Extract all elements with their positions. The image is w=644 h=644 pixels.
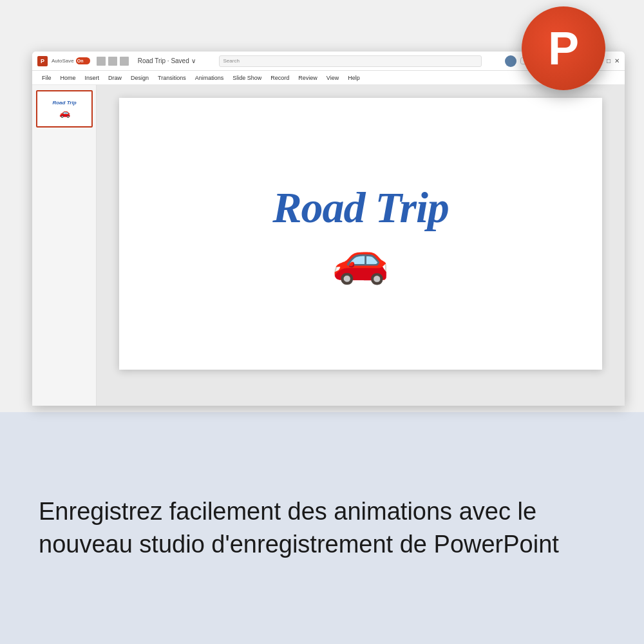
user-avatar[interactable] [505, 55, 516, 67]
ppt-window: P AutoSave On Road Trip · Saved ∨ Search… [32, 52, 625, 406]
save-icon[interactable] [120, 57, 129, 66]
menu-record[interactable]: Record [266, 71, 294, 84]
menu-animations[interactable]: Animations [191, 71, 229, 84]
slide-car-emoji: 🚗 [332, 236, 390, 282]
thumb-title: Road Trip [52, 100, 76, 106]
slide-thumbnail-1[interactable]: Road Trip 🚗 [36, 90, 93, 128]
autosave-area: AutoSave On [52, 57, 90, 64]
search-placeholder: Search [223, 58, 240, 64]
slide-panel: Road Trip 🚗 [32, 85, 97, 406]
slide-title: Road Trip [272, 185, 449, 229]
logo-letter: P [548, 25, 579, 71]
menu-help[interactable]: Help [343, 71, 365, 84]
menu-design[interactable]: Design [126, 71, 153, 84]
autosave-state: On [77, 59, 84, 63]
menu-file[interactable]: File [37, 71, 56, 84]
menu-home[interactable]: Home [56, 71, 80, 84]
ppt-section: P P AutoSave On Road Trip · Saved ∨ Sear… [0, 0, 644, 412]
menu-review[interactable]: Review [294, 71, 322, 84]
search-box[interactable]: Search [219, 55, 482, 67]
menu-draw[interactable]: Draw [104, 71, 126, 84]
powerpoint-logo: P [522, 6, 605, 90]
redo-icon[interactable] [108, 57, 117, 66]
description-section: Enregistrez facilement des animations av… [0, 412, 644, 644]
window-title: Road Trip · Saved ∨ [138, 57, 196, 64]
ppt-main-area: Road Trip 🚗 Road Trip 🚗 [32, 85, 625, 406]
ppt-app-icon: P [37, 56, 48, 66]
description-text: Enregistrez facilement des animations av… [39, 495, 605, 562]
slide-1[interactable]: Road Trip 🚗 [119, 98, 602, 370]
logo-circle: P [522, 6, 605, 90]
close-button[interactable]: ✕ [614, 57, 620, 64]
menu-view[interactable]: View [322, 71, 343, 84]
autosave-toggle[interactable]: On [76, 57, 90, 64]
menu-insert[interactable]: Insert [80, 71, 104, 84]
toolbar-icons [97, 57, 129, 66]
restore-button[interactable]: □ [607, 57, 611, 64]
menu-slideshow[interactable]: Slide Show [228, 71, 266, 84]
menu-transitions[interactable]: Transitions [153, 71, 191, 84]
undo-icon[interactable] [97, 57, 106, 66]
slide-canvas: Road Trip 🚗 [97, 85, 625, 406]
autosave-label: AutoSave [52, 58, 74, 64]
thumb-car-emoji: 🚗 [59, 108, 70, 118]
